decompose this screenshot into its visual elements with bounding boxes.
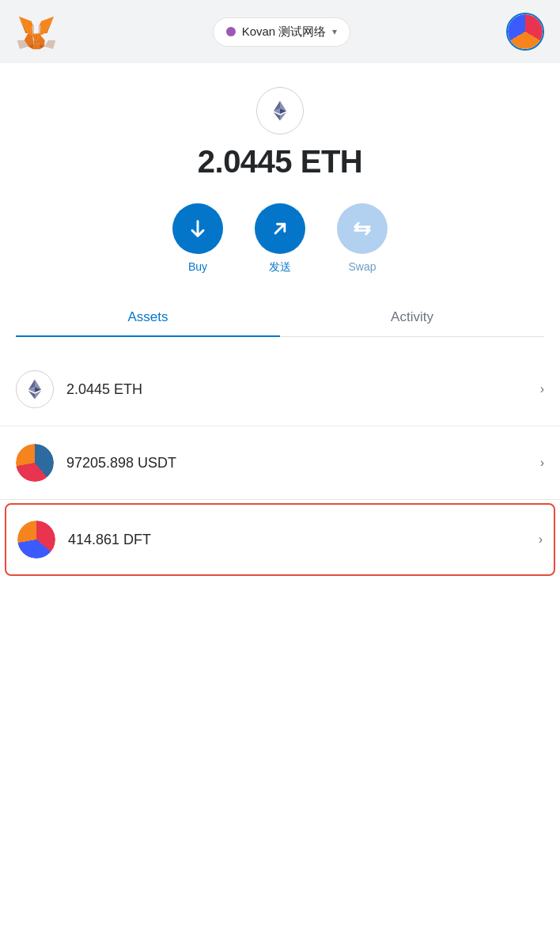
action-buttons-group: Buy 发送 Swap: [172, 203, 388, 275]
account-avatar[interactable]: [506, 13, 544, 51]
wallet-section: 2.0445 ETH Buy 发送: [0, 79, 560, 353]
svg-marker-28: [280, 112, 286, 121]
usdt-balance: 97205.898 USDT: [66, 455, 534, 472]
usdt-icon-graphic: [16, 444, 54, 482]
asset-list: 2.0445 ETH › 97205.898 USDT › 414.861 DF…: [0, 353, 560, 576]
send-label: 发送: [269, 260, 291, 275]
buy-action[interactable]: Buy: [172, 203, 223, 273]
wallet-balance: 2.0445 ETH: [198, 144, 362, 180]
asset-item-usdt[interactable]: 97205.898 USDT ›: [0, 426, 560, 500]
svg-marker-35: [28, 391, 35, 400]
svg-marker-34: [35, 391, 41, 400]
dft-asset-icon: [17, 521, 55, 559]
metamask-logo-icon: [16, 11, 57, 52]
main-content: 2.0445 ETH Buy 发送: [0, 63, 560, 943]
dft-balance: 414.861 DFT: [68, 532, 532, 548]
tab-activity[interactable]: Activity: [280, 298, 544, 336]
svg-marker-29: [274, 112, 280, 121]
buy-label: Buy: [188, 260, 207, 273]
eth-logo-icon: [256, 87, 304, 134]
network-selector[interactable]: Kovan 测试网络 ▾: [213, 17, 351, 47]
main-tabs: Assets Activity: [16, 298, 544, 337]
asset-item-dft[interactable]: 414.861 DFT ›: [5, 503, 555, 576]
eth-balance: 2.0445 ETH: [66, 381, 534, 398]
buy-button-circle[interactable]: [172, 203, 223, 254]
swap-label: Swap: [348, 260, 376, 273]
avatar-image: [508, 14, 543, 49]
chevron-down-icon: ▾: [332, 26, 337, 37]
asset-item-eth[interactable]: 2.0445 ETH ›: [0, 353, 560, 426]
eth-chevron-icon: ›: [540, 382, 544, 396]
tab-assets[interactable]: Assets: [16, 298, 280, 336]
network-status-dot: [226, 27, 236, 36]
send-button-circle[interactable]: [255, 203, 305, 254]
dft-icon-graphic: [17, 521, 55, 559]
usdt-asset-icon: [16, 444, 54, 482]
network-name-label: Kovan 测试网络: [242, 25, 327, 40]
usdt-chevron-icon: ›: [540, 456, 544, 470]
dft-chevron-icon: ›: [539, 532, 543, 547]
svg-marker-10: [33, 44, 40, 49]
eth-asset-icon: [16, 370, 54, 408]
app-header: Kovan 测试网络 ▾: [0, 0, 560, 63]
swap-action[interactable]: Swap: [337, 203, 388, 273]
send-action[interactable]: 发送: [255, 203, 305, 275]
svg-marker-2: [44, 40, 55, 49]
swap-button-circle[interactable]: [337, 203, 388, 254]
